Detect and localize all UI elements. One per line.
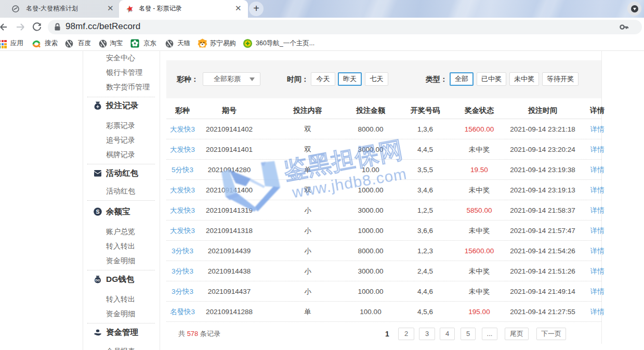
svg-text:S: S <box>96 209 99 215</box>
svg-text:DG: DG <box>95 278 100 282</box>
